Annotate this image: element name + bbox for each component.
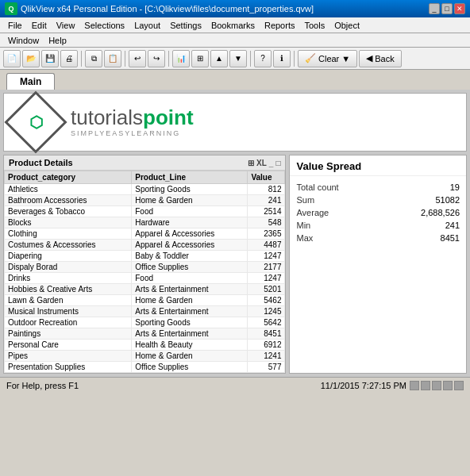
table-row[interactable]: Diapering Baby & Toddler 1247 (5, 251, 285, 262)
separator-1 (81, 51, 82, 67)
app-icon: Q (5, 2, 17, 15)
col-header-line[interactable]: Product_Line (132, 171, 248, 184)
new-button[interactable]: 📄 (3, 50, 21, 67)
panel-header-controls[interactable]: ⊞ XL _ □ (248, 159, 280, 167)
cell-line: Arts & Entertainment (132, 328, 248, 340)
cell-line: Office Supplies (132, 362, 248, 373)
cell-value: 577 (248, 362, 285, 373)
menu-bookmarks[interactable]: Bookmarks (206, 19, 260, 32)
cell-value: 241 (248, 195, 285, 206)
cell-category: Blocks (5, 217, 132, 228)
table-row[interactable]: Outdoor Recreation Sporting Goods 5642 (5, 317, 285, 328)
chart-button[interactable]: 📊 (172, 50, 190, 67)
table-row[interactable]: Paintings Arts & Entertainment 8451 (5, 328, 285, 340)
table-row[interactable]: Drinks Food 1247 (5, 273, 285, 284)
menu-help[interactable]: Help (44, 34, 71, 47)
down-button[interactable]: ▼ (229, 50, 247, 67)
menu-reports[interactable]: Reports (260, 19, 300, 32)
cell-value: 2365 (248, 228, 285, 240)
tab-main[interactable]: Main (6, 73, 55, 90)
copy-button[interactable]: ⧉ (85, 50, 102, 67)
menu-edit[interactable]: Edit (27, 19, 52, 32)
product-table-container[interactable]: Product_category Product_Line Value Athl… (4, 171, 285, 373)
cell-value: 548 (248, 217, 285, 228)
redo-button[interactable]: ↪ (148, 50, 165, 67)
minimize-button[interactable]: _ (429, 3, 440, 14)
stat-label: Max (296, 233, 313, 243)
col-header-value[interactable]: Value (248, 171, 285, 184)
table-row[interactable]: Dispaly Borad Office Supplies 2177 (5, 262, 285, 273)
separator-2 (125, 51, 125, 67)
title-bar: Q QlikView x64 Personal Edition - [C:\Ql… (0, 0, 470, 17)
panel-icon-xl[interactable]: XL (256, 159, 267, 167)
paste-button[interactable]: 📋 (104, 50, 121, 67)
cell-category: Musical Instruments (5, 306, 132, 317)
stat-label: Min (296, 221, 310, 230)
undo-button[interactable]: ↩ (129, 50, 146, 67)
save-button[interactable]: 💾 (41, 50, 59, 67)
tab-area: Main (0, 70, 470, 90)
table-row[interactable]: Clothing Apparel & Accessories 2365 (5, 228, 285, 240)
table-row[interactable]: Personal Care Health & Beauty 6912 (5, 340, 285, 351)
close-button[interactable]: ✕ (454, 3, 465, 14)
status-right: 11/1/2015 7:27:15 PM (321, 381, 464, 390)
toolbar: 📄 📂 💾 🖨 ⧉ 📋 ↩ ↪ 📊 ⊞ ▲ ▼ ? ℹ 🧹 Clear ▼ ◀ … (0, 48, 470, 70)
cell-line: Hardware (132, 217, 248, 228)
logo-diamond: ⬡ (4, 90, 67, 153)
print-button[interactable]: 🖨 (60, 50, 78, 67)
menu-layout[interactable]: Layout (129, 19, 165, 32)
table-row[interactable]: Costumes & Accessories Apparel & Accesso… (5, 240, 285, 251)
table-row[interactable]: Athletics Sporting Goods 812 (5, 184, 285, 195)
menu-view[interactable]: View (52, 19, 80, 32)
back-button[interactable]: ◀ Back (359, 50, 401, 67)
stat-value: 241 (445, 221, 460, 230)
window-controls[interactable]: _ □ ✕ (429, 3, 465, 14)
cell-category: Clothing (5, 228, 132, 240)
menu-object[interactable]: Object (329, 19, 364, 32)
status-block-5 (454, 381, 464, 390)
clear-button[interactable]: 🧹 Clear ▼ (298, 50, 357, 67)
cell-value: 5201 (248, 284, 285, 295)
maximize-button[interactable]: □ (441, 3, 453, 14)
menu-tools[interactable]: Tools (299, 19, 329, 32)
stat-label: Total count (296, 182, 338, 192)
menu-file[interactable]: File (3, 19, 27, 32)
table-row[interactable]: Presentation Supplies Office Supplies 57… (5, 362, 285, 373)
status-block-1 (410, 381, 419, 390)
table-row[interactable]: Blocks Hardware 548 (5, 217, 285, 228)
panel-icon-maximize[interactable]: □ (275, 159, 280, 167)
table-row[interactable]: Hobbies & Creative Arts Arts & Entertain… (5, 284, 285, 295)
up-button[interactable]: ▲ (210, 50, 228, 67)
help-button[interactable]: ? (254, 50, 272, 67)
panel-icon-minimize[interactable]: _ (269, 159, 274, 167)
open-button[interactable]: 📂 (22, 50, 40, 67)
cell-value: 1247 (248, 273, 285, 284)
product-panel-header: Product Details ⊞ XL _ □ (4, 155, 285, 171)
value-panel-title: Value Spread (290, 155, 466, 176)
table-row[interactable]: Musical Instruments Arts & Entertainment… (5, 306, 285, 317)
logo-area: ⬡ tutorialspoint SIMPLYEASYLEARNING (3, 93, 467, 152)
product-panel-title: Product Details (9, 158, 73, 167)
brand-name: tutorialspoint (71, 107, 194, 128)
table-row[interactable]: Beverages & Tobacco Food 2514 (5, 206, 285, 217)
status-blocks (410, 381, 464, 390)
cell-category: Beverages & Tobacco (5, 206, 132, 217)
panel-icon-grid[interactable]: ⊞ (248, 159, 254, 167)
cell-line: Arts & Entertainment (132, 306, 248, 317)
menu-settings[interactable]: Settings (165, 19, 206, 32)
stat-row: Max 8451 (296, 232, 460, 244)
menu-selections[interactable]: Selections (79, 19, 129, 32)
table-button[interactable]: ⊞ (191, 50, 209, 67)
clear-label: Clear (318, 54, 339, 63)
table-row[interactable]: Bathroom Accessories Home & Garden 241 (5, 195, 285, 206)
table-row[interactable]: Lawn & Garden Home & Garden 5462 (5, 295, 285, 306)
cell-value: 1241 (248, 351, 285, 362)
menu-window[interactable]: Window (3, 34, 44, 47)
cell-category: Hobbies & Creative Arts (5, 284, 132, 295)
dropdown-arrow-icon: ▼ (341, 54, 350, 63)
panels-row: Product Details ⊞ XL _ □ Product_categor… (3, 155, 467, 374)
info-button[interactable]: ℹ (273, 50, 291, 67)
cell-value: 5642 (248, 317, 285, 328)
col-header-category[interactable]: Product_category (5, 171, 132, 184)
table-row[interactable]: Pipes Home & Garden 1241 (5, 351, 285, 362)
